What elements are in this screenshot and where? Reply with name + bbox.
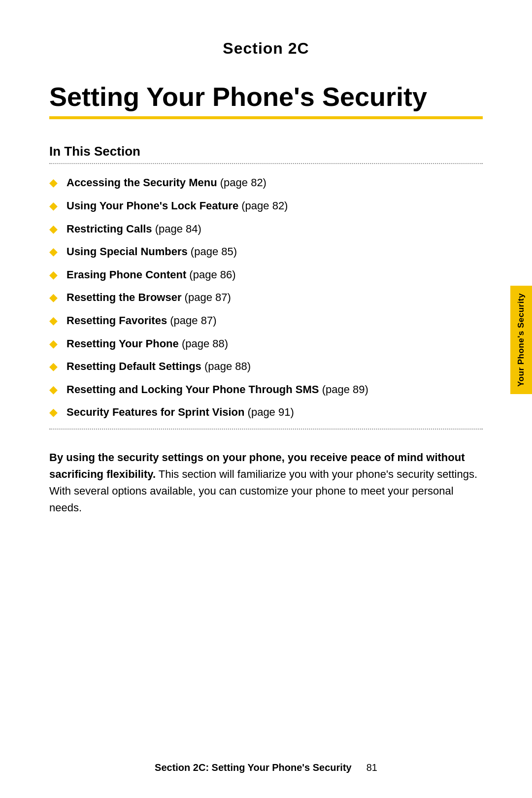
bottom-dotted-divider xyxy=(49,429,483,430)
toc-item: ◆Restricting Calls (page 84) xyxy=(49,222,483,236)
toc-item: ◆Using Your Phone's Lock Feature (page 8… xyxy=(49,199,483,213)
toc-list: ◆Accessing the Security Menu (page 82)◆U… xyxy=(49,176,483,420)
toc-item: ◆Erasing Phone Content (page 86) xyxy=(49,268,483,282)
toc-item-text: Resetting and Locking Your Phone Through… xyxy=(66,383,368,397)
diamond-icon: ◆ xyxy=(49,405,58,420)
toc-item-text: Using Your Phone's Lock Feature (page 82… xyxy=(66,199,288,213)
in-this-section-heading: In This Section xyxy=(49,144,483,159)
toc-item: ◆Resetting and Locking Your Phone Throug… xyxy=(49,383,483,397)
diamond-icon: ◆ xyxy=(49,291,58,305)
page-container: Section 2C Setting Your Phone's Security… xyxy=(0,0,532,798)
toc-item: ◆Resetting Favorites (page 87) xyxy=(49,314,483,328)
toc-item-text: Resetting Default Settings (page 88) xyxy=(66,360,251,374)
diamond-icon: ◆ xyxy=(49,268,58,282)
side-tab-label: Your Phone's Security xyxy=(516,293,526,387)
toc-item-text: Accessing the Security Menu (page 82) xyxy=(66,176,266,190)
toc-item: ◆Security Features for Sprint Vision (pa… xyxy=(49,405,483,420)
diamond-icon: ◆ xyxy=(49,245,58,259)
toc-item-text: Resetting Your Phone (page 88) xyxy=(66,337,228,351)
page-title: Setting Your Phone's Security xyxy=(49,82,483,111)
section-label: Section 2C xyxy=(49,39,483,58)
toc-item-text: Using Special Numbers (page 85) xyxy=(66,245,237,259)
toc-item: ◆Accessing the Security Menu (page 82) xyxy=(49,176,483,190)
diamond-icon: ◆ xyxy=(49,176,58,190)
diamond-icon: ◆ xyxy=(49,222,58,236)
footer-section-label: Section 2C: Setting Your Phone's Securit… xyxy=(155,762,352,773)
diamond-icon: ◆ xyxy=(49,314,58,328)
toc-item-text: Erasing Phone Content (page 86) xyxy=(66,268,236,282)
toc-item: ◆Resetting Default Settings (page 88) xyxy=(49,360,483,374)
toc-item: ◆Resetting the Browser (page 87) xyxy=(49,291,483,305)
footer: Section 2C: Setting Your Phone's Securit… xyxy=(49,762,483,773)
toc-item: ◆Using Special Numbers (page 85) xyxy=(49,245,483,259)
body-paragraph: By using the security settings on your p… xyxy=(49,449,483,516)
title-underline xyxy=(49,116,483,119)
toc-item-text: Resetting Favorites (page 87) xyxy=(66,314,216,328)
diamond-icon: ◆ xyxy=(49,199,58,213)
diamond-icon: ◆ xyxy=(49,383,58,397)
toc-item-text: Security Features for Sprint Vision (pag… xyxy=(66,405,294,420)
diamond-icon: ◆ xyxy=(49,360,58,374)
diamond-icon: ◆ xyxy=(49,337,58,351)
side-tab: Your Phone's Security xyxy=(510,286,532,394)
footer-page-number: 81 xyxy=(366,762,377,773)
toc-item-text: Restricting Calls (page 84) xyxy=(66,222,201,236)
toc-item-text: Resetting the Browser (page 87) xyxy=(66,291,231,305)
in-this-section: In This Section ◆Accessing the Security … xyxy=(49,144,483,430)
toc-item: ◆Resetting Your Phone (page 88) xyxy=(49,337,483,351)
top-dotted-divider xyxy=(49,163,483,164)
